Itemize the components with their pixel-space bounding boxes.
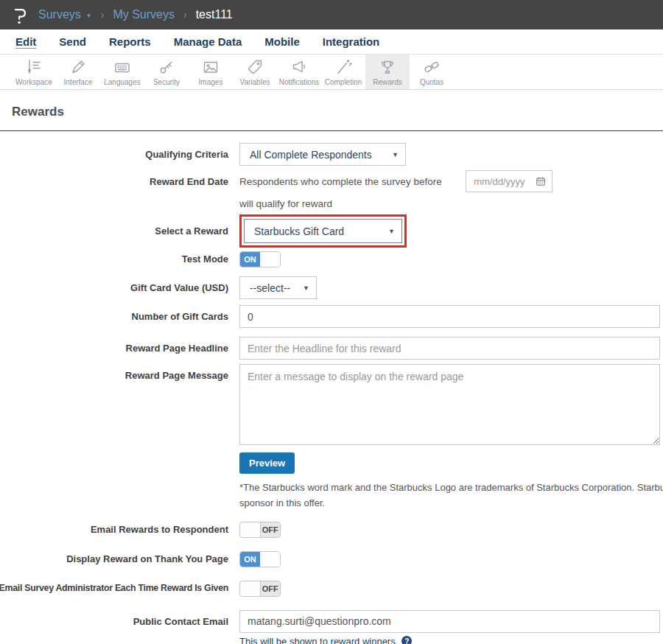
reward-page-message-textarea[interactable] <box>239 364 660 445</box>
rewards-form: Qualifying Criteria All Complete Respond… <box>0 131 663 644</box>
email-rewards-label: Email Rewards to Respondent <box>91 524 228 535</box>
tab-edit[interactable]: Edit <box>15 35 36 48</box>
gift-card-value-value: --select-- <box>250 282 290 294</box>
gift-card-value-select[interactable]: --select-- ▼ <box>239 276 317 299</box>
qualifying-criteria-row: Qualifying Criteria All Complete Respond… <box>0 143 663 166</box>
toggle-knob <box>240 522 261 537</box>
reward-page-headline-row: Reward Page Headline <box>0 337 663 360</box>
page-title: Rewards <box>12 105 663 119</box>
qualifying-criteria-select[interactable]: All Complete Respondents ▼ <box>239 143 406 166</box>
breadcrumb-my-surveys-label: My Surveys <box>113 8 175 21</box>
toolbar-item-label: Variables <box>240 78 270 86</box>
questionpro-logo-icon[interactable] <box>10 4 29 26</box>
main-tab-bar: Edit Send Reports Manage Data Mobile Int… <box>0 29 663 55</box>
breadcrumb-surveys-label: Surveys <box>38 8 81 21</box>
public-contact-email-helper: This will be shown to reward winners. ? <box>239 636 663 644</box>
languages-icon <box>113 57 131 76</box>
calendar-icon[interactable] <box>536 176 546 186</box>
completion-icon <box>334 57 352 76</box>
reward-page-headline-input[interactable] <box>239 337 660 360</box>
toolbar-item-interface[interactable]: Interface <box>56 55 100 89</box>
toolbar-item-label: Notifications <box>279 78 319 86</box>
trademark-line-1: *The Starbucks word mark and the Starbuc… <box>239 480 663 495</box>
help-icon[interactable]: ? <box>401 636 412 644</box>
toolbar-item-quotas[interactable]: Quotas <box>410 55 454 89</box>
toolbar-item-variables[interactable]: Variables <box>233 55 277 89</box>
gift-card-value-row: Gift Card Value (USD) --select-- ▼ <box>0 276 663 299</box>
top-navbar: Surveys ▼ › My Surveys › test111 <box>0 0 663 29</box>
toolbar-item-label: Images <box>199 78 223 86</box>
toolbar-item-languages[interactable]: Languages <box>100 55 144 89</box>
preview-button[interactable]: Preview <box>239 452 295 474</box>
toggle-state-text: OFF <box>261 581 281 596</box>
qualifying-criteria-label: Qualifying Criteria <box>145 149 228 160</box>
toggle-state-text: OFF <box>261 522 281 537</box>
helper-text: This will be shown to reward winners. <box>239 636 398 644</box>
toolbar-item-label: Quotas <box>420 78 443 86</box>
gift-card-value-label: Gift Card Value (USD) <box>130 282 228 293</box>
tab-send[interactable]: Send <box>59 35 86 48</box>
breadcrumb-surveys[interactable]: Surveys ▼ <box>38 8 92 21</box>
toolbar-item-label: Interface <box>64 78 93 86</box>
interface-icon <box>69 57 87 76</box>
toolbar-item-workspace[interactable]: Workspace <box>12 55 56 89</box>
email-rewards-toggle[interactable]: OFF <box>239 522 281 538</box>
toolbar-item-completion[interactable]: Completion <box>321 55 365 89</box>
toggle-knob <box>240 581 261 596</box>
app-window: Surveys ▼ › My Surveys › test111 Edit Se… <box>0 0 663 644</box>
reward-end-date-input[interactable]: mm/dd/yyyy <box>466 170 552 192</box>
toolbar-item-notifications[interactable]: Notifications <box>277 55 321 89</box>
tab-manage-data[interactable]: Manage Data <box>174 35 242 48</box>
tab-integration[interactable]: Integration <box>323 35 380 48</box>
breadcrumb-survey-name: test111 <box>196 8 233 21</box>
public-contact-email-label: Public Contact Email <box>133 616 228 627</box>
select-reward-select[interactable]: Starbucks Gift Card ▼ <box>244 219 402 243</box>
toolbar-item-label: Completion <box>325 78 362 86</box>
chevron-down-icon: ▼ <box>388 228 395 235</box>
display-reward-row: Display Reward on Thank You Page ON <box>0 551 663 567</box>
toolbar-item-security[interactable]: Security <box>144 55 189 89</box>
reward-end-date-row: Reward End Date Respondents who complete… <box>0 170 663 210</box>
toggle-knob <box>260 552 280 567</box>
preview-row: Preview <box>239 452 663 474</box>
toolbar-item-label: Languages <box>104 78 141 86</box>
toolbar-item-label: Security <box>153 78 180 86</box>
reward-end-date-prefix: Respondents who complete the survey befo… <box>239 170 442 187</box>
variables-icon <box>246 57 264 76</box>
toolbar-item-label: Workspace <box>15 78 52 86</box>
number-of-gift-cards-label: Number of Gift Cards <box>132 311 228 322</box>
trademark-line-2: sponsor in this offer. <box>239 495 663 511</box>
email-admin-row: Email Survey Administrator Each Time Rew… <box>0 581 663 597</box>
number-of-gift-cards-row: Number of Gift Cards <box>0 305 663 328</box>
chevron-down-icon: ▼ <box>86 13 92 19</box>
email-rewards-row: Email Rewards to Respondent OFF <box>0 522 663 538</box>
breadcrumb-separator: › <box>101 9 105 21</box>
number-of-gift-cards-input[interactable] <box>239 305 660 328</box>
toolbar-item-images[interactable]: Images <box>189 55 233 89</box>
toolbar-item-rewards[interactable]: Rewards <box>365 55 410 89</box>
email-admin-label: Email Survey Administrator Each Time Rew… <box>0 583 228 593</box>
test-mode-row: Test Mode ON <box>0 251 663 267</box>
select-reward-row: Select a Reward Starbucks Gift Card ▼ <box>0 214 663 248</box>
rewards-trophy-icon <box>379 57 396 76</box>
images-icon <box>202 57 220 76</box>
public-contact-email-input[interactable] <box>239 610 660 633</box>
tab-mobile[interactable]: Mobile <box>264 35 300 48</box>
toggle-state-text: ON <box>240 552 260 567</box>
breadcrumb-my-surveys[interactable]: My Surveys <box>113 8 175 21</box>
annotation-highlight-box: Starbucks Gift Card ▼ <box>239 214 407 248</box>
display-reward-toggle[interactable]: ON <box>239 551 281 567</box>
chevron-down-icon: ▼ <box>392 151 399 158</box>
reward-end-date-label: Reward End Date <box>150 176 228 187</box>
chevron-down-icon: ▼ <box>303 284 309 292</box>
quotas-icon <box>423 57 441 76</box>
reward-end-date-suffix: will qualify for reward <box>239 192 332 209</box>
notifications-icon <box>290 57 308 76</box>
tab-reports[interactable]: Reports <box>109 35 151 48</box>
test-mode-toggle[interactable]: ON <box>239 251 281 267</box>
public-contact-email-row: Public Contact Email This will be shown … <box>0 610 663 644</box>
reward-page-headline-label: Reward Page Headline <box>126 343 228 354</box>
starbucks-trademark-note: *The Starbucks word mark and the Starbuc… <box>239 480 663 511</box>
email-admin-toggle[interactable]: OFF <box>239 581 281 597</box>
qualifying-criteria-value: All Complete Respondents <box>250 149 372 161</box>
